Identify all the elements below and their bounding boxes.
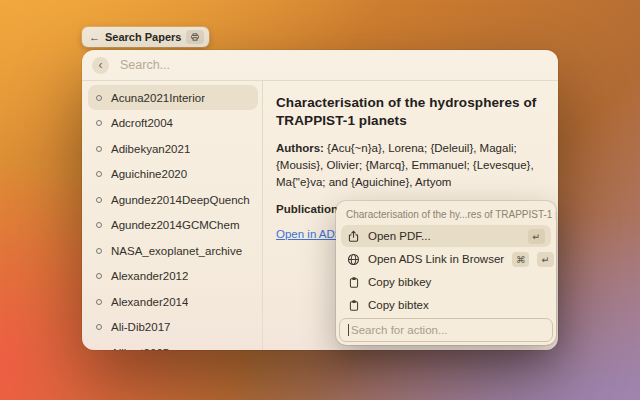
paper-authors: Authors: {Acu{~n}a}, Lorena; {Deleuil}, … (276, 140, 544, 192)
authors-label: Authors: (276, 142, 324, 154)
chevron-left-icon: ‹ (99, 59, 103, 71)
text-cursor (348, 324, 349, 336)
printer-icon (186, 30, 204, 44)
search-bar: ‹ Search... (82, 50, 558, 80)
list-item[interactable]: Agundez2014DeepQuench (88, 187, 258, 212)
bullet-icon (96, 248, 102, 254)
globe-icon (347, 253, 360, 266)
bullet-icon (96, 120, 102, 126)
bullet-icon (96, 299, 102, 305)
bullet-icon (96, 146, 102, 152)
list-item[interactable]: Agundez2014GCMChem (88, 213, 258, 238)
bullet-icon (96, 197, 102, 203)
list-item[interactable]: NASA_exoplanet_archive (88, 238, 258, 263)
action-open-ads-link[interactable]: Open ADS Link in Browser ⌘ ↵ (341, 248, 551, 270)
list-item[interactable]: Alexander2014 (88, 289, 258, 314)
command-tag-label: Search Papers (105, 31, 181, 43)
action-panel: Characterisation of the hy...res of TRAP… (336, 201, 556, 345)
open-in-ads-link[interactable]: Open in ADS (276, 228, 342, 240)
action-copy-bibtex[interactable]: Copy bibtex (341, 294, 551, 316)
bullet-icon (96, 350, 102, 351)
command-tag-search-papers[interactable]: ← Search Papers (82, 27, 209, 47)
enter-key-badge: ↵ (537, 252, 554, 267)
list-item[interactable]: Adibekyan2021 (88, 136, 258, 161)
bullet-icon (96, 324, 102, 330)
list-item[interactable]: Alibert2005 (88, 340, 258, 350)
action-copy-bibkey[interactable]: Copy bibkey (341, 271, 551, 293)
action-open-pdf[interactable]: Open PDF... ↵ (341, 225, 551, 247)
clipboard-icon (347, 276, 360, 289)
panel-divider (262, 81, 263, 350)
enter-key-badge: ↵ (528, 229, 545, 244)
clipboard-icon (347, 299, 360, 312)
bullet-icon (96, 171, 102, 177)
cmd-key-badge: ⌘ (512, 252, 529, 267)
back-button[interactable]: ‹ (92, 57, 109, 74)
list-item[interactable]: Ali-Dib2017 (88, 315, 258, 340)
action-search-input[interactable]: Search for action... (339, 318, 553, 342)
paper-list: Acuna2021Interior Adcroft2004 Adibekyan2… (88, 85, 258, 350)
bullet-icon (96, 222, 102, 228)
back-arrow-icon[interactable]: ← (89, 32, 100, 43)
bullet-icon (96, 273, 102, 279)
search-input[interactable]: Search... (120, 58, 170, 72)
list-item[interactable]: Alexander2012 (88, 264, 258, 289)
list-item[interactable]: Adcroft2004 (88, 111, 258, 136)
bullet-icon (96, 95, 102, 101)
action-panel-title: Characterisation of the hy...res of TRAP… (336, 201, 556, 225)
paper-title: Characterisation of the hydrospheres of … (276, 94, 544, 130)
share-icon (347, 230, 360, 243)
action-search-placeholder: Search for action... (351, 324, 448, 336)
list-item[interactable]: Aguichine2020 (88, 162, 258, 187)
list-item[interactable]: Acuna2021Interior (88, 85, 258, 110)
